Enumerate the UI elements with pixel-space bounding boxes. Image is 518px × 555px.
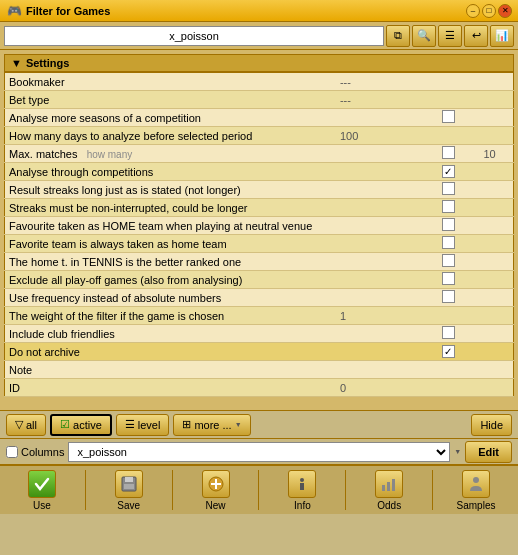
filter-name-input[interactable] [4,26,384,46]
checkbox[interactable] [442,182,455,195]
all-filter-button[interactable]: ▽ all [6,414,46,436]
new-icon [202,470,230,498]
chevron-down-icon: ▼ [454,448,461,455]
row-check[interactable] [431,343,467,361]
table-row: Exclude all play-off games (also from an… [5,271,514,289]
stats-button[interactable]: 📊 [490,25,514,47]
level-label: level [138,419,161,431]
row-check[interactable] [431,181,467,199]
row-label: ID [5,379,336,397]
row-check[interactable] [431,235,467,253]
settings-expand-icon[interactable]: ▼ [11,57,22,69]
settings-table: Bookmaker --- Bet type --- Analyse more … [4,72,514,397]
row-check[interactable] [431,217,467,235]
new-tool[interactable]: New [191,470,241,511]
table-row: Bet type --- [5,91,514,109]
row-label: How many days to analyze before selected… [5,127,336,145]
checkbox-checked[interactable] [442,165,455,178]
row-extra [466,109,513,127]
window-controls: – □ ✕ [466,4,512,18]
save-label: Save [117,500,140,511]
row-check[interactable] [431,163,467,181]
info-tool[interactable]: Info [277,470,327,511]
minimize-button[interactable]: – [466,4,480,18]
row-value [336,199,431,217]
undo-button[interactable]: ↩ [464,25,488,47]
active-filter-button[interactable]: ☑ active [50,414,112,436]
divider [432,470,433,510]
row-value [336,343,431,361]
columns-checkbox-group: Columns [6,446,64,458]
use-tool[interactable]: Use [17,470,67,511]
row-extra [466,325,513,343]
columns-row: Columns x_poisson ▼ Edit [0,438,518,464]
row-check [431,307,467,325]
row-check[interactable] [431,199,467,217]
info-label: Info [294,500,311,511]
checkbox[interactable] [442,146,455,159]
checkbox[interactable] [442,272,455,285]
edit-button[interactable]: Edit [465,441,512,463]
row-label: Streaks must be non-interrupted, could b… [5,199,336,217]
hide-button[interactable]: Hide [471,414,512,436]
row-value: 100 [336,127,431,145]
row-extra [466,235,513,253]
samples-label: Samples [457,500,496,511]
svg-point-11 [473,477,479,483]
search-button[interactable]: 🔍 [412,25,436,47]
columns-select[interactable]: x_poisson [68,442,450,462]
list-button[interactable]: ☰ [438,25,462,47]
samples-tool[interactable]: Samples [451,470,501,511]
row-extra [466,253,513,271]
columns-checkbox[interactable] [6,446,18,458]
table-row: Analyse through competitions [5,163,514,181]
row-extra [466,271,513,289]
row-check[interactable] [431,271,467,289]
checkbox[interactable] [442,200,455,213]
bottom-toolbar: Use Save New Info [0,464,518,514]
svg-rect-2 [124,484,134,489]
save-icon [115,470,143,498]
hide-label: Hide [480,419,503,431]
checkbox[interactable] [442,254,455,267]
row-extra [466,163,513,181]
window-title: Filter for Games [26,5,466,17]
row-label: Exclude all play-off games (also from an… [5,271,336,289]
checkbox[interactable] [442,218,455,231]
divider [258,470,259,510]
use-icon [28,470,56,498]
row-value [336,217,431,235]
copy-button[interactable]: ⧉ [386,25,410,47]
checkbox[interactable] [442,110,455,123]
samples-icon [462,470,490,498]
row-check[interactable] [431,145,467,163]
table-row: Favourite taken as HOME team when playin… [5,217,514,235]
checkbox-checked[interactable] [442,345,455,358]
checkbox[interactable] [442,236,455,249]
row-value [336,235,431,253]
row-value [336,289,431,307]
save-tool[interactable]: Save [104,470,154,511]
row-check[interactable] [431,109,467,127]
more-filter-button[interactable]: ⊞ more ... ▼ [173,414,250,436]
row-value [336,271,431,289]
close-button[interactable]: ✕ [498,4,512,18]
row-value [336,361,431,379]
odds-tool[interactable]: Odds [364,470,414,511]
row-check[interactable] [431,325,467,343]
maximize-button[interactable]: □ [482,4,496,18]
level-filter-button[interactable]: ☰ level [116,414,170,436]
row-label: Include club friendlies [5,325,336,343]
table-row: ID 0 [5,379,514,397]
table-row: The weight of the filter if the game is … [5,307,514,325]
row-check[interactable] [431,289,467,307]
row-label: Max. matches how many [5,145,336,163]
svg-rect-10 [392,479,395,491]
row-value: --- [336,91,431,109]
table-row-do-not-archive: Do not archive [5,343,514,361]
checkbox[interactable] [442,290,455,303]
row-check[interactable] [431,253,467,271]
checkbox[interactable] [442,326,455,339]
title-bar: 🎮 Filter for Games – □ ✕ [0,0,518,22]
odds-label: Odds [377,500,401,511]
